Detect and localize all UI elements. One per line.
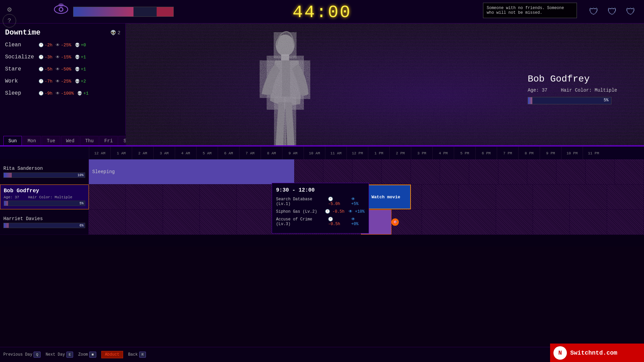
activity-sleep[interactable]: Sleep 🕐 -9h 👁 -100% 💀 +1 <box>5 90 120 96</box>
time-label: 11 PM <box>583 147 604 160</box>
time-label: 3 AM <box>153 147 175 160</box>
character-details: Age: 37 Hair Color: Multiple <box>528 88 617 93</box>
noise-block <box>163 185 200 209</box>
tooltip-popup: 9:30 - 12:00 Search Database (Lv.1) 🕐 -5… <box>272 183 369 234</box>
time-label: 1 PM <box>368 147 389 160</box>
activity-name-socialize: Socialize <box>5 54 35 60</box>
tooltip-time-range: 9:30 - 12:00 <box>276 187 365 193</box>
noise-block <box>533 185 570 209</box>
noise-block <box>422 185 459 209</box>
time-label: 8 PM <box>518 147 540 160</box>
tab-friday[interactable]: Fri <box>99 136 118 146</box>
tab-wednesday[interactable]: Wed <box>61 136 79 146</box>
noise-block <box>353 159 382 184</box>
noise-block <box>459 185 496 209</box>
tooltip-action-2[interactable]: Siphon Gas (Lv.2) 🕐 -0.5h 👁 +10% <box>276 209 365 214</box>
zoom-button[interactable]: Zoom ■ <box>78 352 96 358</box>
noise-block <box>556 159 586 184</box>
noise-block <box>200 210 237 235</box>
back-label: Back <box>128 352 138 357</box>
svg-point-2 <box>60 8 62 11</box>
shield-icon-3: 🛡 <box>624 5 637 18</box>
next-day-label: Next Day <box>46 352 65 357</box>
time-label: 9 PM <box>540 147 561 160</box>
time-label: 7 AM <box>239 147 261 160</box>
prev-day-button[interactable]: Previous Day Q <box>3 352 41 358</box>
rita-sleep-block[interactable]: Sleeping <box>89 159 294 184</box>
person-label-rita[interactable]: Rita Sanderson 10% <box>0 159 89 184</box>
top-bar: ⚙ ? 44:00 Someone with no friends. Someo… <box>0 0 644 23</box>
tab-sunday[interactable]: Sun <box>3 136 22 146</box>
eye-icon <box>54 3 69 19</box>
noise-block <box>607 210 644 235</box>
time-label: 12 AM <box>89 147 110 160</box>
time-label: 5 AM <box>196 147 218 160</box>
noise-block <box>459 210 496 235</box>
noise-block <box>469 159 498 184</box>
time-label: 2 AM <box>132 147 153 160</box>
activity-stat-clean-eye: 👁 -25% <box>56 43 71 48</box>
tooltip-action-1[interactable]: Search Database (Lv.1) 🕐 -5.0h 👁 +5% <box>276 197 365 206</box>
svg-point-3 <box>58 3 64 7</box>
time-label: 2 PM <box>389 147 411 160</box>
noise-block <box>527 159 556 184</box>
person-name-harriet: Harriet Davies <box>3 216 85 221</box>
tooltip-time-stat-3: 🕐 -0.5h <box>328 217 347 226</box>
noise-block <box>237 210 274 235</box>
time-label: 9 AM <box>282 147 304 160</box>
activity-name-work: Work <box>5 78 35 84</box>
back-button[interactable]: Back R <box>128 352 146 358</box>
noise-block <box>200 185 237 209</box>
bottom-bar: Previous Day Q Next Day E Zoom ■ Abduct … <box>0 347 644 362</box>
bob-progress-bar: 5% <box>4 201 85 206</box>
person-label-bob[interactable]: Bob Godfrey Age: 37 Hair Color: Multiple… <box>0 185 89 209</box>
activity-clean[interactable]: Clean 🕐 -2h 👁 -25% 💀 +0 <box>5 42 120 48</box>
tab-tuesday[interactable]: Tue <box>42 136 60 146</box>
noise-block <box>607 185 644 209</box>
abduct-button[interactable]: Abduct <box>101 351 123 358</box>
tab-monday[interactable]: Mon <box>22 136 41 146</box>
tooltip-action-3[interactable]: Accuse of Crime (Lv.3) 🕐 -0.5h 👁 +0% <box>276 217 365 226</box>
rita-timeline: Sleeping <box>89 159 644 184</box>
tooltip-eye-stat-3: 👁 +0% <box>351 217 365 226</box>
person-name-bob: Bob Godfrey <box>4 188 85 194</box>
rita-progress-bar: 10% <box>3 172 85 178</box>
help-button[interactable]: ? <box>3 14 16 28</box>
back-key: R <box>139 352 146 358</box>
person-label-harriet[interactable]: Harriet Davies 6% <box>0 210 89 235</box>
svg-rect-6 <box>281 54 289 61</box>
target-icon: 🎯 <box>391 218 399 226</box>
activity-name-stare: Stare <box>5 66 35 72</box>
noise-block <box>89 185 126 209</box>
nintendo-logo: N <box>553 346 567 360</box>
noise-block <box>237 185 274 209</box>
activity-socialize[interactable]: Socialize 🕐 -3h 👁 -15% 💀 +1 <box>5 54 120 60</box>
tooltip-action-name-2: Siphon Gas (Lv.2) <box>276 209 317 214</box>
time-label: 11 AM <box>325 147 346 160</box>
tooltip-time-stat-1: 🕐 -5.0h <box>328 197 347 206</box>
notification-box: Someone with no friends. Someone who wil… <box>483 3 577 18</box>
time-label: 12 PM <box>346 147 368 160</box>
time-label: 10 AM <box>304 147 325 160</box>
time-label: 1 AM <box>110 147 132 160</box>
noise-block <box>411 159 440 184</box>
next-day-button[interactable]: Next Day E <box>46 352 73 358</box>
activity-work[interactable]: Work 🕐 -7h 👁 -25% 💀 +2 <box>5 78 120 84</box>
alien-icon: 👽 <box>110 30 116 36</box>
activity-stat-clean-time: 🕐 -2h <box>39 43 52 48</box>
time-label: 3 PM <box>411 147 432 160</box>
tooltip-time-stat-2: 🕐 -0.5h <box>325 209 344 214</box>
noise-block <box>440 159 469 184</box>
tab-thursday[interactable]: Thu <box>80 136 99 146</box>
noise-block <box>496 210 533 235</box>
noise-block <box>422 210 459 235</box>
prev-day-key: Q <box>34 352 41 358</box>
character-name: Bob Godfrey <box>528 74 617 84</box>
prev-day-label: Previous Day <box>3 352 32 357</box>
person-name-rita: Rita Sanderson <box>3 166 85 171</box>
zoom-key: ■ <box>89 352 96 358</box>
timer-display: 44:00 <box>292 3 352 22</box>
nintendo-badge: N Switchntd.com <box>550 344 644 362</box>
activity-stare[interactable]: Stare 🕐 -5h 👁 -50% 💀 +1 <box>5 66 120 72</box>
time-label: 4 PM <box>432 147 454 160</box>
